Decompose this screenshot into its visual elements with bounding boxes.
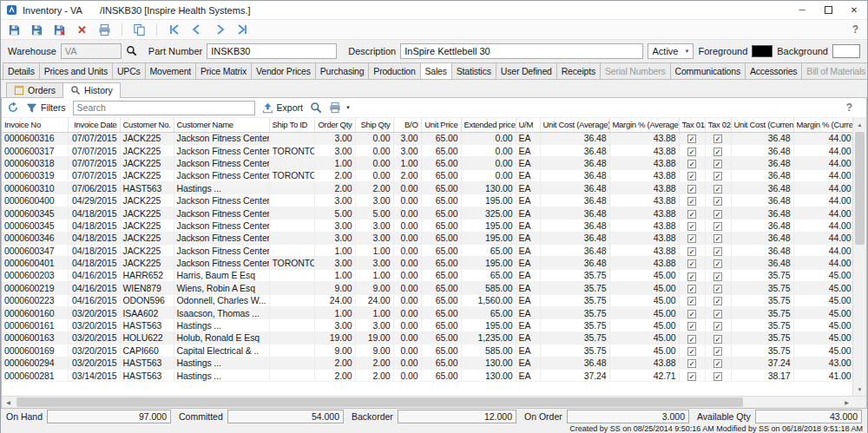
cell[interactable]: 36.48 [731,182,793,194]
cell-tax[interactable]: ✓ [679,269,705,281]
cell[interactable]: 36.48 [540,182,609,194]
cell[interactable]: Jackson Fitness Center [174,194,269,207]
cell-tax[interactable]: ✓ [705,306,731,318]
cell[interactable]: 5.00 [314,207,355,219]
tax-checkbox[interactable]: ✓ [687,285,696,293]
cell[interactable]: 195.00 [461,220,516,232]
cell[interactable]: 44.00 [793,232,852,244]
cell[interactable]: 0.00 [393,257,421,269]
warehouse-lookup-button[interactable] [126,45,137,56]
export-button[interactable]: Export [262,102,303,114]
cell[interactable]: JACK225 [120,232,174,244]
delete-button[interactable]: ✕ [74,22,90,38]
tax-checkbox[interactable]: ✓ [687,259,696,268]
tax-checkbox[interactable]: ✓ [713,197,722,206]
cell[interactable]: 0000600223 [2,294,68,306]
cell-tax[interactable]: ✓ [679,344,705,357]
cell[interactable]: JACK225 [120,194,174,207]
cell[interactable]: TORONTO [269,169,314,181]
cell-tax[interactable]: ✓ [679,319,705,331]
cell-tax[interactable]: ✓ [679,132,705,144]
first-record-button[interactable] [166,22,182,38]
cell[interactable]: 1.00 [355,306,393,318]
cell[interactable]: 9.00 [314,344,355,357]
cell[interactable]: EA [516,232,540,244]
cell[interactable]: 44.00 [793,220,852,232]
cell[interactable]: 3.00 [355,257,393,269]
cell-tax[interactable]: ✓ [705,182,731,194]
table-row[interactable]: 000060016903/20/2015CAPI660Capital Elect… [2,344,852,357]
cell[interactable]: 65.00 [461,306,516,318]
print-button[interactable] [96,22,113,38]
next-record-button[interactable] [211,22,227,38]
save-button[interactable] [6,22,23,38]
cell[interactable]: 38.17 [731,369,793,381]
cell-tax[interactable]: ✓ [679,194,705,207]
cell-tax[interactable]: ✓ [705,157,731,169]
cell[interactable]: Hastings ... [174,357,269,369]
cell[interactable]: 04/18/2015 [68,207,120,219]
tab-serial-numbers[interactable]: Serial Numbers [600,62,671,79]
cell[interactable]: 03/20/2015 [68,331,120,344]
cell[interactable]: 44.00 [793,144,852,156]
cell[interactable]: 03/20/2015 [68,344,120,357]
cell[interactable]: 0000600347 [2,245,68,257]
cell[interactable]: 0.00 [393,319,421,331]
tax-checkbox[interactable]: ✓ [713,272,722,281]
cell[interactable]: 3.00 [314,194,355,207]
cell[interactable]: JACK225 [120,144,174,156]
cell[interactable]: Jackson Fitness Center [174,169,269,181]
cell[interactable]: EA [516,169,540,181]
cell[interactable] [269,182,314,194]
cell[interactable]: 45.00 [609,282,679,294]
cell[interactable]: HARR652 [120,269,174,281]
cell[interactable]: 3.00 [355,319,393,331]
cell[interactable] [269,306,314,318]
tax-checkbox[interactable]: ✓ [713,247,722,256]
cell[interactable]: EA [516,269,540,281]
cell[interactable]: 36.48 [540,144,609,156]
cell[interactable]: 3.00 [314,257,355,269]
cell[interactable]: 2.00 [355,369,393,381]
cell[interactable]: 37.24 [731,357,793,369]
cell[interactable]: 36.48 [731,220,793,232]
cell[interactable]: 0.00 [393,232,421,244]
cell[interactable]: Jackson Fitness Center [174,157,269,169]
tax-checkbox[interactable]: ✓ [687,297,696,305]
cell[interactable]: EA [516,369,540,381]
cell-tax[interactable]: ✓ [705,319,731,331]
cell-tax[interactable]: ✓ [679,257,705,269]
cell[interactable]: 45.00 [609,306,679,318]
column-header[interactable]: Unit Price [421,118,461,132]
cell[interactable]: 1.00 [314,157,355,169]
cell[interactable]: 65.00 [421,319,461,331]
cell-tax[interactable]: ✓ [705,282,731,294]
cell[interactable]: 44.00 [793,207,852,219]
cell[interactable]: 04/16/2015 [68,269,120,281]
tab-production[interactable]: Production [368,62,420,79]
cell[interactable]: 45.00 [609,269,679,281]
cell[interactable]: Odonnell, Charles W... [174,294,269,306]
cell[interactable]: Jackson Fitness Center [174,232,269,244]
horizontal-scroll-track[interactable] [15,397,840,408]
cell[interactable] [269,294,314,306]
cell[interactable]: 35.75 [731,306,793,318]
cell[interactable]: 0.00 [393,245,421,257]
cell-tax[interactable]: ✓ [705,257,731,269]
tab-user-defined[interactable]: User Defined [496,62,557,79]
cell[interactable]: 43.88 [609,157,679,169]
cell-tax[interactable]: ✓ [705,132,731,144]
cell[interactable]: EA [516,182,540,194]
cell[interactable]: JACK225 [120,257,174,269]
tax-checkbox[interactable]: ✓ [687,210,696,219]
table-row[interactable]: 000060031807/07/2015JACK225Jackson Fitne… [2,157,852,169]
cell-tax[interactable]: ✓ [705,245,731,257]
cell[interactable]: HAST563 [120,369,174,381]
cell[interactable]: 130.00 [461,369,516,381]
table-row[interactable]: 000060029403/20/2015HAST563Hastings ...2… [2,357,852,369]
cell[interactable]: 36.48 [731,245,793,257]
tax-checkbox[interactable]: ✓ [713,322,722,331]
cell-tax[interactable]: ✓ [705,194,731,207]
tax-checkbox[interactable]: ✓ [687,134,696,143]
cell[interactable]: 1.00 [314,245,355,257]
